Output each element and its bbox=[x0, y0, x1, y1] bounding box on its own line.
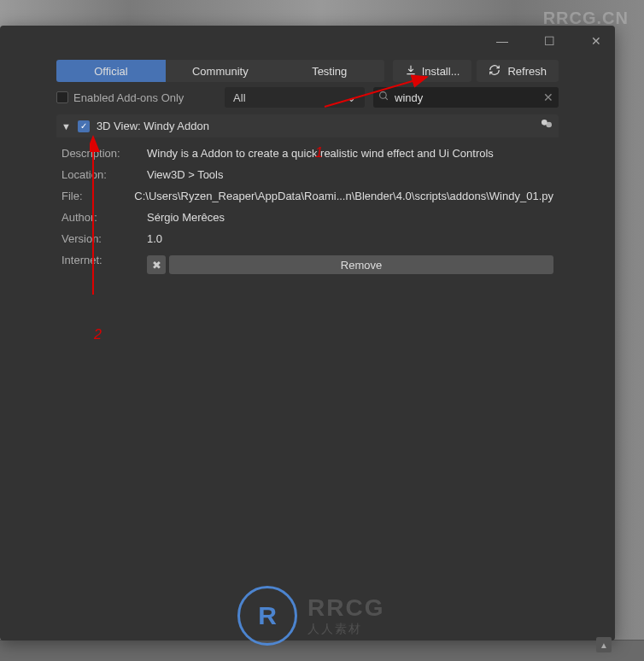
refresh-button[interactable]: Refresh bbox=[477, 60, 559, 82]
addon-entry: ▼ ✓ 3D View: Windy Addon Description: Wi… bbox=[56, 114, 559, 284]
search-input[interactable] bbox=[389, 91, 543, 104]
addon-search[interactable]: ✕ bbox=[373, 87, 559, 108]
close-button[interactable]: ✕ bbox=[588, 31, 605, 51]
category-dropdown[interactable]: All ⌄ bbox=[225, 87, 365, 108]
label-version: Version: bbox=[61, 232, 147, 245]
value-description: Windy is a Addon to create a quick reali… bbox=[147, 147, 553, 160]
tab-community[interactable]: Community bbox=[166, 60, 275, 82]
watermark-bottom: R RRCG 人人素材 bbox=[237, 586, 384, 646]
label-internet: Internet: bbox=[61, 254, 147, 274]
label-location: Location: bbox=[61, 168, 147, 181]
svg-line-1 bbox=[385, 97, 388, 100]
svg-point-0 bbox=[380, 92, 387, 99]
minimize-button[interactable]: — bbox=[493, 31, 512, 51]
download-icon bbox=[405, 64, 417, 79]
maximize-button[interactable]: ☐ bbox=[541, 31, 559, 51]
annotation-1: 1 bbox=[315, 145, 323, 161]
annotation-2: 2 bbox=[94, 327, 102, 342]
label-author: Author: bbox=[61, 211, 147, 224]
enabled-only-toggle[interactable]: Enabled Add-ons Only bbox=[56, 91, 216, 104]
docs-icon[interactable] bbox=[540, 118, 553, 134]
preferences-window: — ☐ ✕ Official Community Testing Install… bbox=[0, 26, 615, 641]
svg-point-3 bbox=[546, 122, 552, 128]
addon-enable-checkbox[interactable]: ✓ bbox=[78, 120, 90, 132]
install-button[interactable]: Install... bbox=[393, 60, 472, 82]
collapse-arrow-icon[interactable]: ▼ bbox=[61, 121, 71, 132]
checkbox-icon bbox=[56, 91, 68, 103]
label-file: File: bbox=[61, 190, 134, 202]
chevron-down-icon: ⌄ bbox=[347, 91, 356, 104]
value-file: C:\Users\Ryzen_Reaper\AppData\Roami...n\… bbox=[134, 190, 553, 202]
tab-official[interactable]: Official bbox=[56, 60, 166, 82]
value-version: 1.0 bbox=[147, 232, 553, 245]
clear-search-icon[interactable]: ✕ bbox=[543, 91, 553, 104]
value-author: Sérgio Merêces bbox=[147, 211, 553, 224]
refresh-icon bbox=[489, 64, 501, 79]
label-description: Description: bbox=[61, 147, 147, 160]
addon-title: 3D View: Windy Addon bbox=[97, 120, 533, 132]
value-location: View3D > Tools bbox=[147, 168, 553, 181]
scroll-up-button[interactable]: ▲ bbox=[596, 637, 612, 652]
internet-deny-icon[interactable]: ✖ bbox=[147, 255, 166, 274]
addon-source-tabs: Official Community Testing Install... Re… bbox=[0, 56, 615, 82]
search-icon bbox=[378, 91, 389, 104]
titlebar: — ☐ ✕ bbox=[0, 26, 615, 56]
tab-testing[interactable]: Testing bbox=[275, 60, 384, 82]
remove-button[interactable]: Remove bbox=[169, 255, 553, 274]
